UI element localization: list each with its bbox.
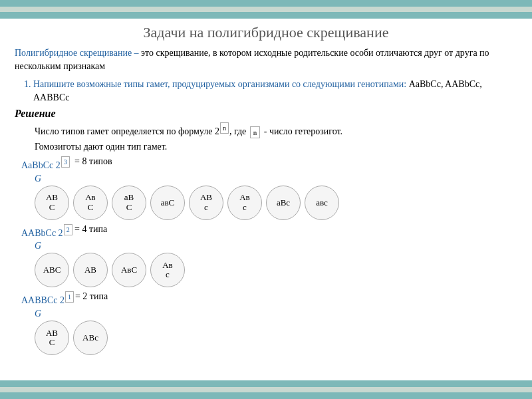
footer-bar-2 bbox=[106, 380, 213, 399]
section2-label: AABbCc 22 bbox=[21, 224, 74, 240]
footer-bar-3 bbox=[213, 380, 319, 399]
section2-row: AABbCc 22 = 4 типа bbox=[21, 224, 517, 240]
bar-5 bbox=[426, 0, 532, 19]
formula-sup: n bbox=[220, 122, 229, 134]
section1-exp: 3 bbox=[61, 156, 70, 168]
section1-equals: = 8 типов bbox=[74, 156, 112, 167]
gamete-2-2: АВ bbox=[73, 253, 108, 287]
bar-4 bbox=[319, 0, 426, 19]
gamete-1-2: АвС bbox=[73, 186, 108, 220]
section1-label: AaBbCc 23 bbox=[21, 156, 74, 172]
page-title: Задачи на полигибридное скрещивание bbox=[15, 24, 517, 41]
section3-exp: 1 bbox=[65, 291, 74, 303]
formula-text3: - число гетерозигот. bbox=[264, 126, 342, 136]
section3-label: AABBCc 21 bbox=[21, 291, 75, 307]
gamete-2-4: Авс bbox=[150, 253, 185, 287]
footer-bar-4 bbox=[319, 380, 426, 399]
gamete-1-7: аВс bbox=[266, 186, 301, 220]
section2-exp: 2 bbox=[64, 224, 72, 235]
gamete-1-5: АВс bbox=[189, 186, 223, 220]
header-decoration bbox=[0, 0, 532, 19]
formula-text4: Гомозиготы дают один тип гамет. bbox=[35, 142, 167, 152]
section3-gametes: АВС АВс bbox=[35, 321, 517, 355]
solution-label: Решение bbox=[15, 108, 517, 120]
definition-text1: Полигибридное скрещивание – bbox=[15, 48, 141, 58]
gamete-2-1: АВС bbox=[35, 253, 69, 287]
formula-line2: Гомозиготы дают один тип гамет. bbox=[35, 140, 517, 154]
main-content: Задачи на полигибридное скрещивание Поли… bbox=[0, 19, 532, 364]
section1-g: G bbox=[35, 174, 517, 184]
bar-3 bbox=[213, 0, 319, 19]
section1-row: AaBbCc 23 = 8 типов bbox=[21, 156, 517, 172]
section2-gametes: АВС АВ АвС Авс bbox=[35, 253, 517, 287]
section2-equals: = 4 типа bbox=[74, 224, 107, 235]
bar-1 bbox=[0, 0, 106, 19]
section3-g: G bbox=[35, 309, 517, 319]
formula-text2: , где bbox=[229, 126, 246, 136]
gamete-1-3: аВС bbox=[112, 186, 146, 220]
section1-gametes: АВС АвС аВС авС АВс Авс аВс авс bbox=[35, 186, 517, 220]
footer-bar-5 bbox=[426, 380, 532, 399]
task-list: Напишите возможные типы гамет, продуциру… bbox=[15, 78, 517, 104]
footer-bar-1 bbox=[0, 380, 106, 399]
gamete-3-1: АВС bbox=[35, 321, 69, 355]
gamete-1-8: авс bbox=[305, 186, 339, 220]
formula-line: Число типов гамет определяется по формул… bbox=[35, 122, 517, 138]
task-text1: Напишите возможные типы гамет, продуциру… bbox=[33, 79, 409, 89]
gamete-1-6: Авс bbox=[227, 186, 262, 220]
definition-block: Полигибридное скрещивание – это скрещива… bbox=[15, 47, 517, 72]
gamete-2-3: АвС bbox=[112, 253, 146, 287]
gamete-3-2: АВс bbox=[73, 321, 108, 355]
gamete-1-1: АВС bbox=[35, 186, 69, 220]
bar-2 bbox=[106, 0, 213, 19]
footer-decoration bbox=[0, 380, 532, 399]
section3-row: AABBCc 21 = 2 типа bbox=[21, 291, 517, 307]
formula-text1: Число типов гамет определяется по формул… bbox=[35, 126, 219, 136]
task-item-1: Напишите возможные типы гамет, продуциру… bbox=[33, 78, 517, 104]
gamete-1-4: авС bbox=[150, 186, 185, 220]
section2-g: G bbox=[35, 241, 517, 251]
section3-equals: = 2 типа bbox=[75, 291, 108, 302]
formula-n-box: n bbox=[250, 126, 261, 139]
